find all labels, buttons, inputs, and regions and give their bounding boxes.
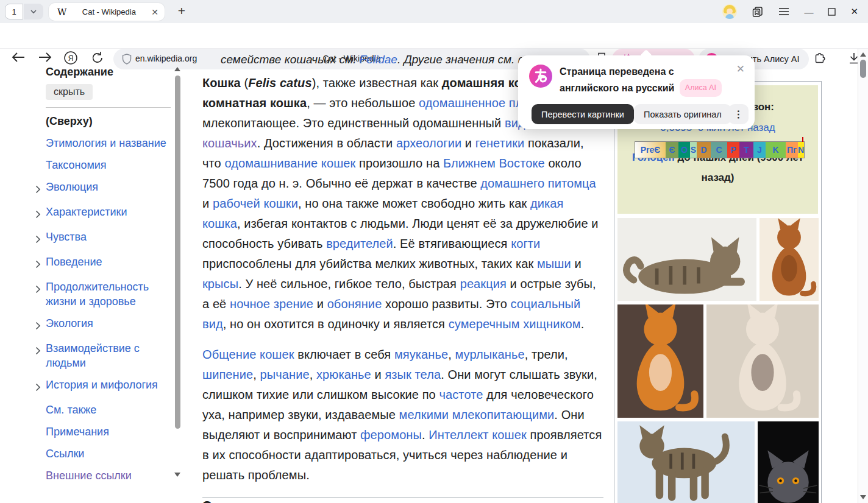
- toc-item[interactable]: (Сверху): [35, 114, 172, 128]
- infobox-photo-siamese-cat-on-pedestal[interactable]: [706, 304, 819, 418]
- toc-item-label[interactable]: Чувства: [46, 230, 87, 247]
- article-link[interactable]: археологии: [396, 136, 461, 150]
- article-link[interactable]: обоняние: [327, 297, 382, 311]
- timescale-period-J[interactable]: J: [753, 142, 766, 158]
- close-window-button[interactable]: ✕: [850, 6, 858, 17]
- toc-scroll-down-icon[interactable]: [174, 473, 180, 477]
- timescale-period-N[interactable]: N: [798, 142, 804, 158]
- article-link[interactable]: Felidae: [360, 53, 397, 66]
- article-link[interactable]: мурлыканье: [455, 348, 524, 361]
- toc-item[interactable]: История и мифология: [35, 378, 172, 395]
- popup-close-icon[interactable]: ✕: [736, 63, 745, 76]
- toc-scroll-thumb[interactable]: [175, 76, 180, 429]
- toc-item-label[interactable]: Этимология и название: [46, 136, 166, 150]
- toc-item-label[interactable]: Примечания: [46, 424, 109, 439]
- profile-avatar[interactable]: [722, 4, 737, 19]
- show-original-button[interactable]: Показать оригинал: [634, 104, 731, 124]
- tab-counter-button[interactable]: 1: [5, 4, 23, 19]
- timescale-period-O[interactable]: O: [678, 142, 690, 158]
- toc-item-label[interactable]: Взаимодействие с людьми: [46, 341, 172, 370]
- tab-list-dropdown-button[interactable]: [24, 4, 43, 19]
- scroll-thumb[interactable]: [860, 60, 866, 78]
- toc-item[interactable]: Примечания: [35, 424, 172, 439]
- timescale-period-S[interactable]: S: [690, 142, 697, 158]
- menu-icon[interactable]: [778, 7, 789, 16]
- browser-tab[interactable]: W Cat - Wikipedia ✕: [49, 3, 165, 21]
- toc-hide-button[interactable]: скрыть: [46, 84, 93, 100]
- article-link[interactable]: мыши: [537, 257, 571, 270]
- article-link[interactable]: рычание: [260, 368, 310, 381]
- chevron-right-icon[interactable]: [35, 210, 41, 219]
- tab-close-icon[interactable]: ✕: [151, 8, 158, 16]
- article-link[interactable]: вредителей: [326, 237, 393, 250]
- timescale-period-D[interactable]: D: [697, 142, 711, 158]
- toc-item[interactable]: Этимология и название: [35, 136, 172, 150]
- chevron-right-icon[interactable]: [35, 383, 41, 392]
- timescale-period-T[interactable]: T: [739, 142, 753, 158]
- toc-item[interactable]: См. также: [35, 403, 172, 417]
- timescale-period-P[interactable]: P: [727, 142, 739, 158]
- chevron-right-icon[interactable]: [35, 260, 41, 269]
- toc-item[interactable]: Поведение: [35, 255, 172, 272]
- chevron-right-icon[interactable]: [35, 285, 41, 294]
- article-link[interactable]: частоте: [439, 388, 483, 401]
- scroll-down-icon[interactable]: [860, 495, 866, 499]
- article-link[interactable]: хрюканье: [316, 368, 371, 381]
- new-tab-button[interactable]: +: [173, 2, 190, 19]
- side-panels-icon[interactable]: [752, 5, 764, 18]
- chevron-right-icon[interactable]: [35, 322, 41, 330]
- timescale-period-PreЄ[interactable]: PreЄ: [635, 142, 666, 158]
- back-button[interactable]: [11, 52, 26, 63]
- toc-item[interactable]: Характеристики: [35, 205, 172, 222]
- toc-item[interactable]: Взаимодействие с людьми: [35, 341, 172, 370]
- infobox-photo-orange-white-cat-on-woodchips[interactable]: [617, 304, 703, 418]
- infobox-photo-gray-cat-orange-eyes-dark[interactable]: [758, 421, 819, 503]
- chevron-right-icon[interactable]: [35, 185, 41, 194]
- article-link[interactable]: Общение кошек: [202, 348, 294, 361]
- article-link[interactable]: Ближнем Востоке: [443, 157, 545, 170]
- toc-item-label[interactable]: Экология: [46, 316, 93, 334]
- toc-item-label[interactable]: Ссылки: [46, 446, 84, 461]
- minimize-button[interactable]: —: [804, 7, 813, 17]
- yandex-services-icon[interactable]: Я: [63, 51, 78, 65]
- toc-item-label[interactable]: Внешние ссылки: [46, 468, 132, 483]
- article-link[interactable]: шипение: [202, 368, 253, 381]
- article-link[interactable]: Интеллект кошек: [429, 428, 526, 441]
- maximize-button[interactable]: [828, 8, 836, 16]
- timescale-period-Пг[interactable]: Пг: [786, 142, 798, 158]
- article-link[interactable]: ночное зрение: [230, 297, 313, 311]
- geologic-timescale-bar[interactable]: PreЄЄOSDCPTJKПгN: [635, 141, 805, 158]
- forward-button[interactable]: [38, 52, 52, 63]
- article-link[interactable]: язык тела: [385, 368, 441, 381]
- article-link[interactable]: рабочей кошки: [213, 197, 298, 210]
- scroll-up-icon[interactable]: [860, 52, 866, 57]
- extensions-puzzle-icon[interactable]: [812, 51, 827, 66]
- translate-images-button[interactable]: Перевести картинки: [532, 104, 634, 124]
- toc-item-label[interactable]: Таксономия: [46, 158, 107, 172]
- article-link[interactable]: мяуканье: [394, 348, 448, 361]
- toc-item[interactable]: Эволюция: [35, 180, 172, 197]
- article-link[interactable]: мелкими млекопитающими: [399, 408, 555, 421]
- chevron-right-icon[interactable]: [35, 235, 41, 244]
- infobox-photo-tabby-cat-lying-on-ledge[interactable]: [617, 218, 756, 301]
- infobox-photo-abyssinian-cat-sitting[interactable]: [760, 218, 819, 301]
- chevron-right-icon[interactable]: [35, 346, 41, 355]
- toc-item[interactable]: Таксономия: [35, 158, 172, 172]
- refresh-icon[interactable]: [90, 51, 105, 65]
- toc-item[interactable]: Ссылки: [35, 446, 172, 461]
- timescale-period-K[interactable]: K: [766, 142, 786, 158]
- toc-item-label[interactable]: Эволюция: [46, 180, 98, 197]
- article-link[interactable]: домашнего питомца: [480, 177, 596, 190]
- toc-item-label[interactable]: История и мифология: [46, 378, 158, 395]
- toc-item[interactable]: Продолжительность жизни и здоровье: [35, 280, 172, 309]
- toc-item[interactable]: Экология: [35, 316, 172, 334]
- toc-scroll-up-icon[interactable]: [174, 67, 180, 71]
- article-link[interactable]: крысы: [202, 277, 238, 290]
- toc-scrollbar[interactable]: [174, 67, 181, 479]
- article-link[interactable]: одомашнивание кошек: [224, 157, 355, 170]
- article-link[interactable]: кошачьих: [202, 136, 257, 150]
- toc-item[interactable]: Чувства: [35, 230, 172, 247]
- article-link[interactable]: когти: [511, 237, 540, 250]
- article-link[interactable]: генетики: [475, 136, 525, 150]
- article-link[interactable]: феромоны: [360, 428, 422, 441]
